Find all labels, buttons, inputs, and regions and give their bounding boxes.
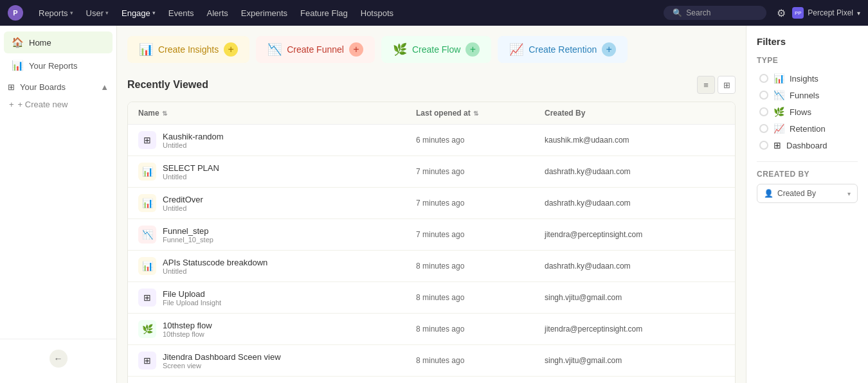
col-created-by-label: Created By <box>545 109 585 118</box>
row-email: jitendra@perceptinsight.com <box>545 230 725 239</box>
nav-feature-flag[interactable]: Feature Flag <box>295 6 353 21</box>
nav-hotspots[interactable]: Hotspots <box>356 6 399 21</box>
create-funnel-label: Create Funnel <box>287 44 344 55</box>
col-last-opened[interactable]: Last opened at ⇅ <box>416 109 545 118</box>
row-name-text: Funnel_step Funnel_10_step <box>163 226 213 244</box>
row-type-icon: 📊 <box>138 194 156 212</box>
row-name-text: File Upload File Upload Insight <box>163 289 221 307</box>
table-row[interactable]: 📉 Funnel_step Funnel_10_step 7 minutes a… <box>128 219 735 251</box>
filter-type-flows[interactable]: 🌿 Flows <box>757 103 858 120</box>
table-row[interactable]: 📊 SELECT PLAN Untitled 7 minutes ago das… <box>128 156 735 188</box>
row-name-cell: 🌿 10thstep flow 10thstep flow <box>138 320 416 338</box>
sidebar-boards-label: Your Boards <box>20 82 66 92</box>
row-time: 8 minutes ago <box>416 262 545 271</box>
row-name-text: 10thstep flow 10thstep flow <box>163 321 212 338</box>
grid-view-button[interactable]: ⊞ <box>718 76 736 94</box>
sidebar-your-boards[interactable]: ⊞ Your Boards ▲ <box>0 77 116 94</box>
table-row[interactable]: 📊 CreditOver Untitled 7 minutes ago dash… <box>128 188 735 219</box>
insights-icon: 📊 <box>139 42 153 57</box>
filters-panel: Filters Type 📊 Insights 📉 Funnels 🌿 Flow… <box>746 26 868 383</box>
create-retention-label: Create Retention <box>529 44 597 55</box>
row-secondary-name: Untitled <box>163 141 224 149</box>
create-insights-button[interactable]: 📊 Create Insights + <box>127 36 249 63</box>
sort-icon: ⇅ <box>162 110 167 117</box>
nav-reports[interactable]: Reports ▾ <box>33 6 78 21</box>
nav-alerts[interactable]: Alerts <box>202 6 233 21</box>
row-name-cell: ⊞ Kaushik-random Untitled <box>138 131 416 149</box>
recently-viewed-title: Recently Viewed <box>127 79 208 91</box>
sidebar-reports-label: Your Reports <box>29 61 77 71</box>
app-body: 🏠 Home 📊 Your Reports ⊞ Your Boards ▲ + … <box>0 26 868 383</box>
nav-engage[interactable]: Engage ▾ <box>116 6 161 21</box>
row-type-icon: 📊 <box>138 257 156 275</box>
col-name[interactable]: Name ⇅ <box>138 109 416 118</box>
filter-type-funnels[interactable]: 📉 Funnels <box>757 87 858 103</box>
app-logo[interactable]: P <box>8 5 23 21</box>
sidebar-back-button[interactable]: ← <box>50 350 68 368</box>
org-switcher[interactable]: PP Percept Pixel ▾ <box>792 7 860 19</box>
filter-type-retention[interactable]: 📈 Retention <box>757 120 858 137</box>
table-row[interactable]: ⊞ File Upload File Upload Insight 8 minu… <box>128 282 735 314</box>
flow-plus-icon: + <box>466 42 480 57</box>
funnel-icon: 📉 <box>267 42 282 57</box>
retention-icon: 📈 <box>509 42 523 57</box>
nav-events[interactable]: Events <box>163 6 199 21</box>
filters-title: Filters <box>757 36 858 47</box>
sidebar-item-your-reports[interactable]: 📊 Your Reports <box>4 55 113 76</box>
created-by-title: Created By <box>757 170 858 179</box>
row-secondary-name: 10thstep flow <box>163 330 212 338</box>
filter-label: Flows <box>790 107 811 117</box>
nav-user[interactable]: User ▾ <box>81 6 114 21</box>
row-secondary-name: File Upload Insight <box>163 299 221 307</box>
table-row[interactable]: ⊞ Jitendra Dashboard Sceen view Screen v… <box>128 345 735 377</box>
funnel-plus-icon: + <box>349 42 363 57</box>
row-name-cell: ⊞ File Upload File Upload Insight <box>138 289 416 307</box>
filter-icon: 📊 <box>773 73 784 84</box>
reports-icon: 📊 <box>12 60 24 71</box>
create-flow-label: Create Flow <box>412 44 460 55</box>
row-type-icon: ⊞ <box>138 289 156 307</box>
row-email: singh.vjitu@gmail.com <box>545 356 725 365</box>
filter-icon: ⊞ <box>773 140 781 150</box>
search-bar[interactable]: 🔍 Search <box>664 6 766 20</box>
row-time: 8 minutes ago <box>416 325 545 334</box>
table-row[interactable]: 📊 APIs Statuscode breakdown Untitled 8 m… <box>128 251 735 282</box>
row-name-cell: 📊 SELECT PLAN Untitled <box>138 163 416 181</box>
create-funnel-button[interactable]: 📉 Create Funnel + <box>256 36 375 63</box>
created-by-dropdown[interactable]: 👤 Created By ▾ <box>757 184 858 203</box>
row-name-text: Jitendra Dashboard Sceen view Screen vie… <box>163 352 281 370</box>
row-name-text: APIs Statuscode breakdown Untitled <box>163 258 267 275</box>
create-retention-button[interactable]: 📈 Create Retention + <box>498 36 628 63</box>
table-row[interactable]: 📊 Set an alert 12 minutes ago zeeshan.an… <box>128 377 735 383</box>
row-primary-name: SELECT PLAN <box>163 163 219 173</box>
row-type-icon: 🌿 <box>138 320 156 338</box>
filter-radio <box>759 141 768 150</box>
table-row[interactable]: 🌿 10thstep flow 10thstep flow 8 minutes … <box>128 314 735 345</box>
search-placeholder: Search <box>686 8 710 17</box>
table-row[interactable]: ⊞ Kaushik-random Untitled 6 minutes ago … <box>128 125 735 156</box>
filter-label: Dashboard <box>786 141 827 150</box>
filter-types-list: 📊 Insights 📉 Funnels 🌿 Flows 📈 Retention… <box>757 70 858 154</box>
main-content: 📊 Create Insights + 📉 Create Funnel + 🌿 … <box>117 26 746 383</box>
row-secondary-name: Screen view <box>163 362 281 370</box>
nav-items: Reports ▾ User ▾ Engage ▾ Events Alerts … <box>33 6 653 21</box>
sidebar-create-new[interactable]: + + Create new <box>0 94 116 114</box>
list-view-button[interactable]: ≡ <box>697 76 715 94</box>
row-primary-name: Kaushik-random <box>163 132 224 141</box>
nav-experiments[interactable]: Experiments <box>236 6 293 21</box>
create-flow-button[interactable]: 🌿 Create Flow + <box>381 36 491 63</box>
filter-radio <box>759 91 768 100</box>
retention-plus-icon: + <box>602 42 616 57</box>
settings-icon[interactable]: ⚙ <box>777 7 786 19</box>
flow-icon: 🌿 <box>393 42 407 57</box>
row-time: 7 minutes ago <box>416 199 545 208</box>
filter-type-insights[interactable]: 📊 Insights <box>757 70 858 87</box>
sidebar-home-label: Home <box>29 38 51 48</box>
row-email: kaushik.mk@udaan.com <box>545 136 725 145</box>
row-type-icon: 📊 <box>138 163 156 181</box>
row-primary-name: APIs Statuscode breakdown <box>163 258 267 267</box>
sidebar-item-home[interactable]: 🏠 Home <box>4 31 113 53</box>
filter-type-dashboard[interactable]: ⊞ Dashboard <box>757 137 858 154</box>
search-icon: 🔍 <box>673 8 682 17</box>
row-primary-name: Funnel_step <box>163 226 213 236</box>
